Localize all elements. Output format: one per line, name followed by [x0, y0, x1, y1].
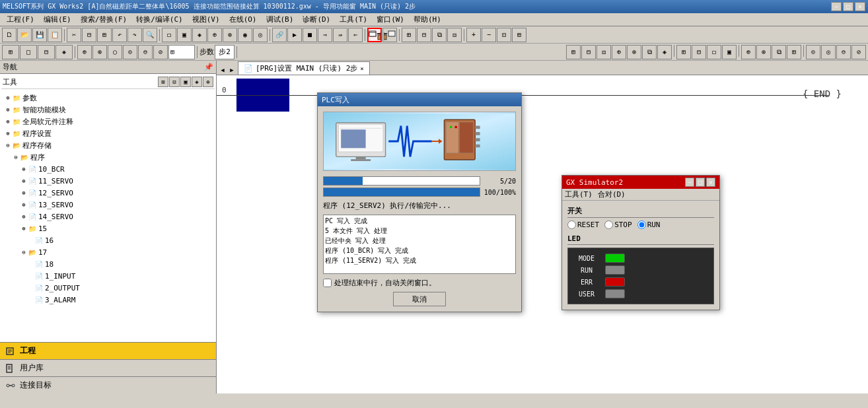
sim-radio-stop[interactable]: STOP [604, 221, 632, 229]
sim-title-text: GX Simulator2 [566, 178, 623, 187]
sim-dialog-title: GX Simulator2 — □ ✕ [562, 176, 719, 189]
led-row-run: RUN [573, 265, 708, 275]
progress-fill-2 [324, 188, 480, 196]
sim-close[interactable]: ✕ [706, 178, 715, 187]
auto-close-label: 处理结束中行，自动关闭窗口。 [334, 278, 436, 288]
progress-text-2: 100/100% [483, 189, 516, 196]
led-user-label: USER [573, 290, 600, 298]
led-err-label: ERR [573, 279, 600, 286]
dialog-title-text: PLC写入 [322, 95, 349, 105]
sim-led-label: LED [567, 234, 714, 245]
sim-body: 开关 RESET STOP RUN LED MODE [562, 201, 719, 310]
svg-rect-35 [475, 138, 480, 141]
cancel-button[interactable]: 取消 [393, 292, 446, 306]
progress-bar-1 [323, 176, 480, 186]
progress-row-2: 100/100% [323, 187, 516, 197]
sim-radio-row: RESET STOP RUN [567, 221, 714, 229]
status-message: 程序 (12_SERV2) 执行/传输完中... [323, 201, 516, 211]
auto-close-checkbox[interactable] [323, 279, 332, 287]
log-line-3: 已经中央 写入 处理 [325, 236, 514, 246]
sim-led-grid: MODE RUN ERR USER [567, 248, 714, 304]
dialog-title: PLC写入 [318, 93, 521, 106]
progress-section: 5/20 100/100% [323, 176, 516, 197]
svg-point-38 [454, 126, 457, 129]
radio-stop-label: STOP [614, 221, 632, 229]
log-line-2: 5 本文件 写入 处理 [325, 226, 514, 236]
led-run-label: RUN [573, 267, 600, 274]
log-line-4: 程序 (10_BCR) 写入 完成 [325, 246, 514, 255]
sim-minimize[interactable]: — [685, 178, 694, 187]
svg-rect-32 [460, 122, 474, 153]
svg-rect-36 [475, 145, 480, 148]
progress-text-1: 5/20 [483, 178, 516, 185]
svg-rect-27 [351, 159, 371, 161]
radio-run[interactable] [637, 221, 646, 229]
led-run-indicator [605, 265, 625, 275]
radio-reset-label: RESET [577, 221, 599, 229]
dialog-buttons: 取消 [323, 292, 516, 306]
led-row-mode: MODE [573, 254, 708, 263]
led-mode-label: MODE [573, 255, 600, 262]
led-user-indicator [605, 289, 625, 298]
led-row-user: USER [573, 289, 708, 298]
dialog-overlay: PLC写入 [0, 0, 868, 408]
log-line-5: 程序 (11_SERV2) 写入 完成 [325, 256, 514, 265]
sim-title-controls: — □ ✕ [685, 178, 715, 187]
radio-reset[interactable] [567, 221, 576, 229]
sim-menu: 工具(T) 合对(D) [562, 189, 719, 201]
svg-rect-34 [475, 132, 480, 135]
sim-led-section: LED MODE RUN ERR USER [567, 234, 714, 304]
progress-bar-2 [323, 187, 480, 197]
sim-restore[interactable]: □ [696, 178, 705, 187]
svg-rect-25 [341, 129, 365, 148]
svg-point-37 [450, 126, 452, 129]
svg-rect-33 [475, 126, 480, 129]
radio-stop[interactable] [604, 221, 613, 229]
sim-menu-other[interactable]: 合对(D) [598, 189, 626, 199]
led-err-indicator [605, 277, 625, 287]
progress-fill-1 [324, 177, 363, 185]
sim-switch-label: 开关 [567, 206, 714, 218]
sim-dialog: GX Simulator2 — □ ✕ 工具(T) 合对(D) 开关 RESET… [561, 175, 720, 310]
dialog-image [323, 112, 516, 171]
radio-run-label: RUN [647, 221, 661, 229]
log-line-1: PC 写入 完成 [325, 217, 514, 226]
led-row-err: ERR [573, 277, 708, 287]
sim-radio-run[interactable]: RUN [637, 221, 661, 229]
log-area[interactable]: PC 写入 完成 5 本文件 写入 处理 已经中央 写入 处理 程序 (10_B… [323, 215, 516, 274]
sim-menu-tools[interactable]: 工具(T) [565, 189, 593, 199]
plc-dialog: PLC写入 [317, 92, 522, 312]
dialog-body: 5/20 100/100% 程序 (12_SERV2) 执行/传输完中... P… [318, 106, 521, 312]
sim-radio-reset[interactable]: RESET [567, 221, 599, 229]
progress-row-1: 5/20 [323, 176, 516, 186]
checkbox-row: 处理结束中行，自动关闭窗口。 [323, 278, 516, 288]
svg-rect-26 [356, 156, 366, 159]
led-mode-indicator [605, 254, 625, 263]
